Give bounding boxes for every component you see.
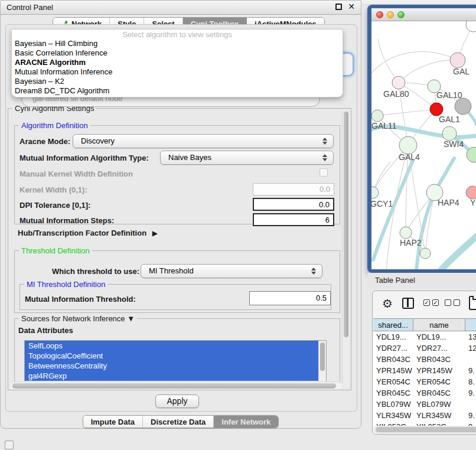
table-row[interactable]: YPR145WYPR145W9. xyxy=(373,365,476,376)
node-label: HAP2 xyxy=(400,238,422,247)
float-window-icon[interactable] xyxy=(335,4,342,10)
node-label: GAL10 xyxy=(436,90,462,100)
table-row[interactable]: YER054CYER054C8. xyxy=(373,376,476,387)
node-label: HAP4 xyxy=(438,198,459,207)
node-bottom[interactable] xyxy=(420,248,431,259)
algorithm-definition-title: Algorithm Definition xyxy=(19,121,90,130)
columns-icon[interactable] xyxy=(402,298,414,309)
attribute-item[interactable]: SelfLoops xyxy=(25,341,318,351)
algorithm-dropdown-placeholder: Select algorithm to view settings xyxy=(12,30,343,39)
tab-discretize-data[interactable]: Discretize Data xyxy=(143,416,214,428)
data-attributes-label: Data Attributes xyxy=(18,326,73,335)
table-row[interactable]: YLR345WYLR345W9. xyxy=(373,410,476,421)
mi-threshold-label: Mutual Information Threshold: xyxy=(25,295,136,304)
select-all-columns-button[interactable]: ✓ ✓ xyxy=(423,299,439,306)
export-table-icon[interactable] xyxy=(469,296,476,310)
algorithm-option[interactable]: Bayesian – K2 xyxy=(12,77,343,86)
table-horizontal-scrollbar[interactable] xyxy=(374,426,476,433)
mi-steps-label: Mutual Information Steps: xyxy=(19,216,114,225)
node-gal11[interactable] xyxy=(371,110,383,122)
table-rows[interactable]: YDL19...YDL19...13 YDR27...YDR27...12 YB… xyxy=(373,331,476,426)
network-canvas[interactable]: GAL GAL80 GAL10 GAL1 GAL11 SWI4 GAL4 GCY… xyxy=(371,21,476,269)
unchecked-box-icon xyxy=(454,299,460,306)
algorithm-option[interactable]: Mutual Information Inference xyxy=(12,67,343,77)
edge xyxy=(378,39,399,83)
settings-horizontal-scrollbar[interactable] xyxy=(11,381,343,389)
algorithm-option[interactable]: Bayesian – Hill Climbing xyxy=(12,39,343,48)
table-panel-titlebar: Table Panel xyxy=(367,273,476,288)
attribute-item[interactable]: BetweennessCentrality xyxy=(25,361,318,371)
table-row[interactable]: YBL079WYBL079W xyxy=(373,399,476,410)
which-threshold-label: Which threshold to use: xyxy=(52,267,139,276)
control-panel-titlebar: Control Panel ✕ xyxy=(1,1,361,15)
close-icon[interactable]: ✕ xyxy=(348,2,355,11)
mac-minimize-button[interactable] xyxy=(387,11,394,18)
node-gray[interactable] xyxy=(455,98,471,115)
control-panel-title: Control Panel xyxy=(6,3,53,12)
edge xyxy=(377,109,436,116)
node-gal1-selected[interactable] xyxy=(430,103,443,116)
node-gal80[interactable] xyxy=(392,76,405,89)
node-gal4[interactable] xyxy=(399,136,417,154)
node-label: GAL11 xyxy=(371,121,397,131)
cyni-bottom-tabs: Impute Data Discretize Data Infer Networ… xyxy=(1,415,361,428)
attributes-list-scrollbar[interactable] xyxy=(318,341,326,383)
column-header-name[interactable]: name xyxy=(413,319,465,331)
mac-zoom-button[interactable] xyxy=(397,11,405,18)
node[interactable] xyxy=(466,21,476,32)
mi-type-combo[interactable]: Naive Bayes xyxy=(160,151,334,165)
sources-group-title[interactable]: Sources for Network Inference ▼ xyxy=(19,314,137,323)
node-gcy1[interactable] xyxy=(371,187,379,198)
node-pink-edge[interactable] xyxy=(466,186,476,199)
which-threshold-combo[interactable]: MI Threshold xyxy=(141,264,322,278)
table-row[interactable]: YBR043CYBR043C xyxy=(373,354,476,365)
node-hap2[interactable] xyxy=(400,227,412,239)
mi-threshold-field[interactable]: 0.5 xyxy=(249,291,331,305)
table-row[interactable]: YIL052CYIL052C9. xyxy=(373,421,476,426)
kernel-width-label: Kernel Width (0,1): xyxy=(19,185,87,194)
kernel-width-field[interactable]: 0.0 xyxy=(253,183,334,195)
network-window-titlebar xyxy=(371,8,476,21)
mi-threshold-definition-group: MI Threshold Definition Mutual Informati… xyxy=(19,284,331,310)
manual-kernel-label: Manual Kernel Width Definition xyxy=(19,169,133,178)
tab-infer-network[interactable]: Infer Network xyxy=(214,416,278,428)
algorithm-option[interactable]: Basic Correlation Inference xyxy=(12,48,343,58)
collapsed-arrow-icon: ▶ xyxy=(152,229,158,237)
hub-transcription-section-toggle[interactable]: Hub/Transcription Factor Definition ▶ xyxy=(18,229,158,237)
threshold-definition-title: Threshold Definition xyxy=(19,246,92,255)
column-header-shared-name[interactable]: shared... xyxy=(373,319,413,331)
manual-kernel-checkbox[interactable] xyxy=(319,168,328,177)
mac-close-button[interactable] xyxy=(376,11,383,18)
table-row[interactable]: YDR27...YDR27...12 xyxy=(373,343,476,354)
minimized-panel-icon[interactable] xyxy=(5,441,14,449)
gear-icon[interactable]: ⚙ xyxy=(382,296,393,311)
combo-arrows-icon xyxy=(311,267,317,275)
network-graph: GAL GAL80 GAL10 GAL1 GAL11 SWI4 GAL4 GCY… xyxy=(371,21,476,269)
node-gal[interactable] xyxy=(450,53,465,68)
mi-threshold-definition-title: MI Threshold Definition xyxy=(24,280,107,289)
dpi-tolerance-label: DPI Tolerance [0,1]: xyxy=(19,201,90,210)
table-header-row: shared... name xyxy=(373,318,476,331)
node-label: SWI4 xyxy=(444,139,464,149)
node-label: Y xyxy=(470,198,476,207)
node-label: GCY1 xyxy=(371,199,393,208)
algorithm-option[interactable]: Dream8 DC_TDC Algorithm xyxy=(12,86,343,96)
deselect-all-columns-button[interactable] xyxy=(445,299,460,306)
aracne-mode-combo[interactable]: Discovery xyxy=(73,134,334,148)
checked-box-icon: ✓ xyxy=(423,299,430,306)
unchecked-box-icon xyxy=(445,299,451,306)
attribute-item[interactable]: TopologicalCoefficient xyxy=(25,351,318,361)
algorithm-option-selected[interactable]: ARACNE Algorithm xyxy=(12,58,343,67)
column-header-clipped[interactable] xyxy=(465,319,476,331)
node-swi4[interactable] xyxy=(442,126,457,141)
expanded-arrow-icon: ▼ xyxy=(127,314,135,323)
attribute-item[interactable]: gal4RGexp xyxy=(25,371,318,381)
apply-button[interactable]: Apply xyxy=(155,394,199,408)
mi-steps-field[interactable]: 6 xyxy=(253,213,334,226)
table-row[interactable]: YBR045CYBR045C9. xyxy=(373,387,476,399)
checked-box-icon: ✓ xyxy=(432,299,439,306)
tab-impute-data[interactable]: Impute Data xyxy=(83,416,143,428)
dpi-tolerance-field[interactable]: 0.0 xyxy=(253,198,334,211)
table-row[interactable]: YDL19...YDL19...13 xyxy=(373,331,476,343)
settings-vertical-scrollbar[interactable] xyxy=(342,110,350,388)
